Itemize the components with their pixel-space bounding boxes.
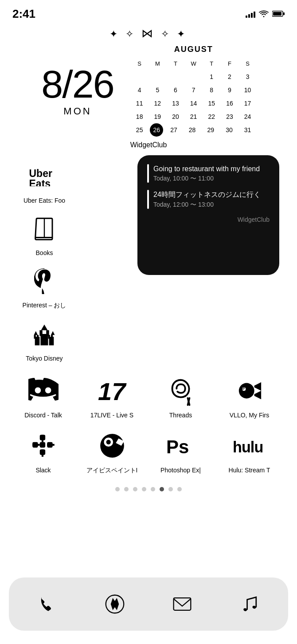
cal-header-t1: T <box>168 57 184 70</box>
app-item-discord[interactable]: Discord - Talk <box>9 370 78 422</box>
cal-event-time-1: Today, 10:00 〜 11:00 <box>153 175 260 183</box>
svg-rect-1 <box>283 12 285 15</box>
battery-icon <box>272 11 285 17</box>
17live-icon: 17 <box>95 373 129 408</box>
mail-icon <box>172 594 192 614</box>
widgetclub-label: WidgetClub <box>0 141 297 149</box>
safari-icon <box>105 594 125 614</box>
dock-item-music[interactable] <box>231 585 270 624</box>
dock-item-phone[interactable] <box>27 585 66 624</box>
dock <box>9 577 288 631</box>
app-label-books: Books <box>36 249 53 256</box>
app-label-threads: Threads <box>169 412 192 419</box>
slack-icon <box>26 428 61 463</box>
calendar-month: AUGUST <box>132 45 256 54</box>
svg-text:Ps: Ps <box>166 436 189 457</box>
cal-event-content-2: 24時間フィットネスのジムに行く Today, 12:00 〜 13:00 <box>153 190 261 208</box>
svg-rect-13 <box>46 330 49 336</box>
cal-row-5: 25 26 27 28 29 30 31 <box>132 123 256 137</box>
cal-event-title-1: Going to restaurant with my friend <box>153 164 260 174</box>
status-time: 2:41 <box>12 7 35 21</box>
svg-marker-16 <box>51 331 55 335</box>
svg-text:hulu: hulu <box>233 439 263 454</box>
music-icon <box>240 594 260 614</box>
app-item-slack[interactable]: Slack <box>9 425 78 478</box>
app-label-hulu: Hulu: Stream T <box>229 467 270 474</box>
svg-point-38 <box>106 440 110 444</box>
cal-header-s1: S <box>132 57 148 70</box>
hulu-icon: hulu <box>232 428 267 463</box>
app-item-hulu[interactable]: hulu Hulu: Stream T <box>215 425 284 478</box>
cal-row-1: 1 2 3 <box>132 70 256 83</box>
app-label-ibis: アイビスペイントI <box>86 467 138 475</box>
page-dot-3[interactable] <box>133 487 137 491</box>
calendar-grid: S M T W T F S 1 2 3 4 5 6 <box>132 57 256 137</box>
svg-rect-28 <box>39 442 45 448</box>
cal-row-4: 18 19 20 21 22 23 24 <box>132 110 256 123</box>
app-item-vllo[interactable]: VLLO, My Firs <box>215 370 284 422</box>
page-dot-1[interactable] <box>115 487 120 491</box>
svg-rect-9 <box>37 335 39 339</box>
cal-event-content-1: Going to restaurant with my friend Today… <box>153 164 260 183</box>
cal-event-bar-1 <box>147 164 149 183</box>
cal-event-bar-2 <box>147 190 149 208</box>
date-display: 8/26 MON <box>41 65 113 117</box>
app-label-vllo: VLLO, My Firs <box>230 412 269 419</box>
dock-item-safari[interactable] <box>95 585 134 624</box>
signal-icon <box>246 10 255 18</box>
svg-marker-23 <box>254 391 261 399</box>
cal-header-m: M <box>149 57 165 70</box>
status-bar: 2:41 <box>0 0 297 22</box>
cal-row-3: 11 12 13 14 15 16 17 <box>132 97 256 110</box>
books-icon <box>27 211 62 246</box>
calendar-header-row: S M T W T F S <box>132 57 256 70</box>
phone-icon <box>37 594 57 614</box>
app-label-tokyo-disney: Tokyo Disney <box>26 355 63 362</box>
page-dot-4[interactable] <box>142 487 146 491</box>
app-item-17live[interactable]: 17 17LIVE - Live S <box>78 370 146 422</box>
dock-item-mail[interactable] <box>163 585 202 624</box>
page-dot-2[interactable] <box>124 487 129 491</box>
svg-rect-32 <box>41 435 43 442</box>
app-label-pinterest: Pinterest – おし <box>23 302 66 310</box>
page-dot-8[interactable] <box>177 487 182 491</box>
page-dot-7[interactable] <box>168 487 173 491</box>
page-dot-5[interactable] <box>151 487 155 491</box>
svg-point-44 <box>113 603 116 605</box>
dark-calendar-widget[interactable]: Going to restaurant with my friend Today… <box>137 155 279 275</box>
app-item-uber-eats[interactable]: Uber Eats Uber Eats: Foo <box>9 155 80 208</box>
page-dot-6[interactable] <box>160 487 164 491</box>
svg-rect-31 <box>32 444 40 446</box>
svg-rect-12 <box>39 330 42 336</box>
app-item-pinterest[interactable]: Pinterest – おし <box>9 260 80 313</box>
app-label-photoshop: Photoshop Ex| <box>160 467 201 474</box>
app-label-17live: 17LIVE - Live S <box>90 412 133 419</box>
cal-header-s2: S <box>240 57 256 70</box>
app-item-tokyo-disney[interactable]: Tokyo Disney <box>9 313 80 365</box>
tokyo-disney-icon <box>27 317 62 351</box>
wifi-icon <box>259 10 269 18</box>
svg-marker-14 <box>41 325 48 330</box>
status-icons <box>246 10 285 18</box>
svg-text:Eats: Eats <box>29 178 51 186</box>
vllo-icon <box>232 373 267 408</box>
svg-marker-22 <box>254 382 261 391</box>
app-item-photoshop[interactable]: Ps Photoshop Ex| <box>146 425 215 478</box>
app-label-uber-eats: Uber Eats: Foo <box>23 197 65 204</box>
svg-text:17: 17 <box>98 378 127 404</box>
app-item-ibis[interactable]: アイビスペイントI <box>78 425 146 478</box>
app-item-threads[interactable]: Threads <box>146 370 215 422</box>
svg-rect-8 <box>34 335 36 339</box>
ibis-icon <box>95 428 129 463</box>
app-item-books[interactable]: Books <box>9 208 80 260</box>
cal-event-time-2: Today, 12:00 〜 13:00 <box>153 201 261 209</box>
cal-event-1: Going to restaurant with my friend Today… <box>147 164 270 183</box>
svg-point-20 <box>238 383 254 399</box>
app-label-slack: Slack <box>35 467 51 474</box>
cal-header-f: F <box>222 57 238 70</box>
app-label-discord: Discord - Talk <box>24 412 62 419</box>
cal-header-w: W <box>186 57 202 70</box>
cal-event-title-2: 24時間フィットネスのジムに行く <box>153 190 261 200</box>
app-row-4: Slack アイビスペイントI Ps Photoshop Ex| hulu <box>0 425 297 478</box>
photoshop-icon: Ps <box>164 428 198 463</box>
